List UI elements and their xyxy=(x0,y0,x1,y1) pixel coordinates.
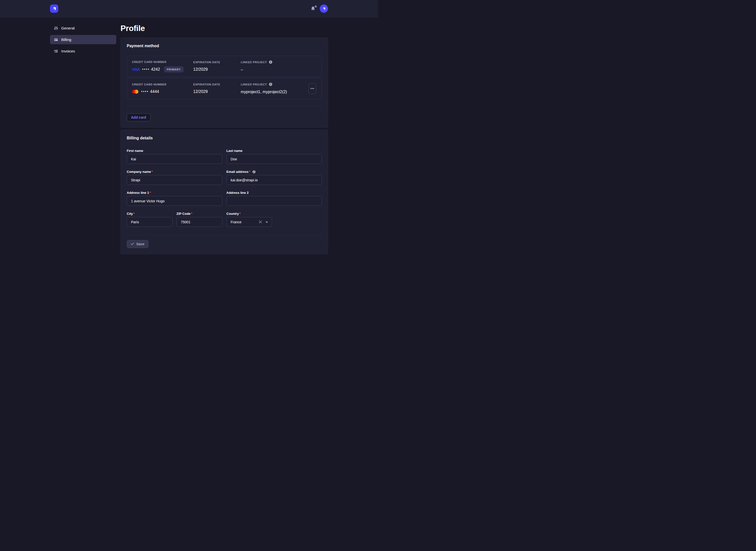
sidebar-item-label: Invoices xyxy=(61,49,75,53)
sidebar-item-billing[interactable]: Billing xyxy=(50,35,116,44)
mastercard-logo xyxy=(132,89,139,94)
required-mark: * xyxy=(134,212,135,215)
content-layout: General Billing $ xyxy=(50,17,328,264)
user-avatar[interactable] xyxy=(320,4,328,13)
country-select[interactable]: France xyxy=(227,217,272,227)
zip-code-input[interactable] xyxy=(177,217,222,227)
address-line2-field: Address line 2 xyxy=(227,191,322,206)
sidebar-item-general[interactable]: General xyxy=(50,23,116,33)
billing-details-title: Billing details xyxy=(127,136,322,140)
cc-exp-value: 12/2029 xyxy=(193,67,241,72)
sidebar-item-label: General xyxy=(61,26,74,30)
cc-exp-col: EXPIRATION DATE 12/2029 xyxy=(193,61,241,72)
masked-digits: •••• xyxy=(142,67,150,71)
add-card-button[interactable]: Add card xyxy=(127,113,151,121)
card-last4: 4444 xyxy=(150,89,159,94)
company-name-label: Company name xyxy=(127,170,151,173)
last-name-input[interactable] xyxy=(227,154,322,164)
chevron-down-icon[interactable] xyxy=(265,220,268,224)
main-content: Profile Payment method CREDIT CARD NUMBE… xyxy=(120,23,328,264)
page-title: Profile xyxy=(120,23,328,33)
cc-number-col: CREDIT CARD NUMBER VISA •••• 4242 PRIMAR… xyxy=(132,60,193,72)
first-name-input[interactable] xyxy=(127,154,222,164)
info-icon[interactable] xyxy=(269,82,272,86)
address-line1-field: Address line 1 * xyxy=(127,191,222,206)
cc-exp-label: EXPIRATION DATE xyxy=(193,83,241,86)
info-icon[interactable] xyxy=(269,60,272,64)
cc-linked-value: – xyxy=(241,67,308,72)
city-field: City * xyxy=(127,212,173,227)
check-icon xyxy=(131,242,134,246)
payment-divider xyxy=(127,106,322,107)
settings-sidebar: General Billing $ xyxy=(50,23,116,264)
form-divider xyxy=(127,235,322,235)
cc-linked-col: LINKED PROJECT – xyxy=(241,60,308,72)
required-mark: * xyxy=(152,170,153,173)
required-mark: * xyxy=(191,212,192,215)
strapi-logo-icon xyxy=(51,6,57,11)
address-line2-label: Address line 2 xyxy=(227,191,249,194)
first-name-label: First name xyxy=(127,149,143,153)
sliders-icon xyxy=(54,26,58,30)
notifications-button[interactable] xyxy=(311,6,315,11)
cc-linked-value: myproject1, myproject2(2) xyxy=(241,89,308,95)
required-mark: * xyxy=(239,212,241,215)
cc-exp-col: EXPIRATION DATE 12/2029 xyxy=(193,83,241,94)
cc-linked-label: LINKED PROJECT xyxy=(241,61,267,64)
cc-number-label: CREDIT CARD NUMBER xyxy=(132,83,193,86)
required-mark: * xyxy=(249,170,250,173)
card-actions-menu-button[interactable]: ••• xyxy=(308,83,316,94)
zip-code-field: ZIP Code * xyxy=(177,212,222,227)
city-input[interactable] xyxy=(127,217,173,227)
notification-dot xyxy=(315,5,317,7)
company-name-field: Company name * xyxy=(127,170,222,185)
avatar-logo-icon xyxy=(322,6,326,11)
credit-card-row-visa: CREDIT CARD NUMBER VISA •••• 4242 PRIMAR… xyxy=(127,56,322,77)
billing-details-card: Billing details First name Last name xyxy=(120,130,328,254)
country-value: France xyxy=(231,220,259,224)
save-label: Save xyxy=(136,242,145,246)
sidebar-item-label: Billing xyxy=(61,37,71,42)
card-last4: 4242 xyxy=(151,67,160,72)
credit-card-row-mastercard: CREDIT CARD NUMBER •••• 4444 xyxy=(127,78,322,99)
masked-digits: •••• xyxy=(141,89,149,93)
cc-exp-label: EXPIRATION DATE xyxy=(193,61,241,64)
cc-number-col: CREDIT CARD NUMBER •••• 4444 xyxy=(132,83,193,94)
info-icon[interactable] xyxy=(252,170,256,173)
cc-linked-col: LINKED PROJECT myproject1, myproject2(2) xyxy=(241,82,308,95)
email-address-label: Email address xyxy=(227,170,249,173)
zip-code-label: ZIP Code xyxy=(177,212,191,215)
address-line2-input[interactable] xyxy=(227,196,322,206)
invoice-icon: $ xyxy=(54,49,58,53)
first-name-field: First name xyxy=(127,149,222,164)
save-button[interactable]: Save xyxy=(127,240,149,248)
email-address-input[interactable] xyxy=(227,175,322,185)
strapi-logo[interactable] xyxy=(50,4,58,13)
city-label: City xyxy=(127,212,133,215)
last-name-field: Last name xyxy=(227,149,322,164)
clear-icon[interactable] xyxy=(259,220,262,223)
company-name-input[interactable] xyxy=(127,175,222,185)
payment-method-title: Payment method xyxy=(127,44,322,48)
country-label: Country xyxy=(227,212,239,215)
sidebar-item-invoices[interactable]: $ Invoices xyxy=(50,46,116,56)
cc-number-label: CREDIT CARD NUMBER xyxy=(132,60,193,63)
email-address-field: Email address * xyxy=(227,170,322,185)
required-mark: * xyxy=(150,191,151,194)
credit-card-icon xyxy=(54,38,58,42)
country-field: Country * France xyxy=(227,212,272,227)
top-navbar xyxy=(0,0,378,17)
payment-method-card: Payment method CREDIT CARD NUMBER VISA •… xyxy=(120,37,328,128)
city-zip-row: City * ZIP Code * xyxy=(127,212,222,227)
cc-linked-label: LINKED PROJECT xyxy=(241,83,267,86)
primary-badge: PRIMARY xyxy=(164,66,184,72)
address-line1-label: Address line 1 xyxy=(127,191,149,194)
visa-logo: VISA xyxy=(132,67,140,71)
svg-text:$: $ xyxy=(54,49,55,51)
last-name-label: Last name xyxy=(227,149,243,153)
cc-exp-value: 12/2029 xyxy=(193,89,241,94)
more-icon: ••• xyxy=(310,87,314,90)
address-line1-input[interactable] xyxy=(127,196,222,206)
